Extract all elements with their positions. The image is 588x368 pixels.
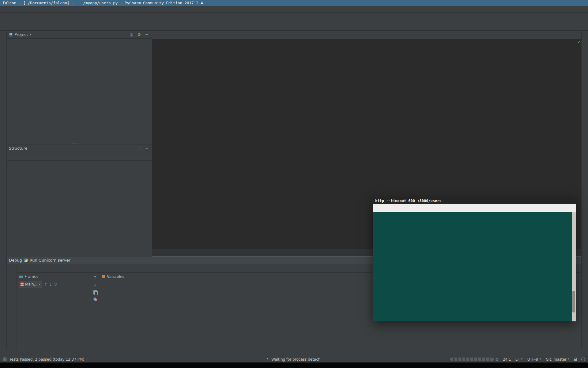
hector-icon[interactable] <box>581 358 585 361</box>
settings-gear-icon[interactable]: ⚙ <box>136 32 142 37</box>
autoscroll-icon[interactable]: ⊤ <box>136 146 142 151</box>
editor-tab-bar <box>152 31 582 39</box>
variables-icon <box>102 275 105 278</box>
hide-panel-icon[interactable]: − <box>144 32 150 37</box>
frames-panel: Frames Main... ▾ ↑ ↓ ∇ <box>17 273 91 349</box>
previous-frame-icon[interactable]: ↑ <box>44 282 47 287</box>
line-ending-widget[interactable]: LF↕ <box>515 357 523 362</box>
project-view-icon <box>9 33 13 36</box>
debug-run-config: Run Gunicorn server <box>30 258 70 263</box>
menu-bar <box>0 6 588 13</box>
filter-frames-icon[interactable]: ∇ <box>54 282 57 287</box>
right-margin-guide <box>365 39 365 249</box>
project-panel: Project ▾ ◎ ⚙ − <box>6 31 152 144</box>
right-tool-strip <box>581 31 588 349</box>
progress-bar <box>450 358 494 361</box>
structure-toolbar <box>6 152 152 161</box>
up-icon[interactable]: ↑ <box>93 275 97 280</box>
next-frame-icon[interactable]: ↓ <box>49 282 53 287</box>
stop-process-icon[interactable]: ⊗ <box>496 357 499 362</box>
os-taskbar <box>0 362 588 368</box>
left-tool-strip <box>0 31 7 349</box>
threads-view-icon[interactable] <box>93 297 97 301</box>
project-panel-title: Project <box>14 32 28 37</box>
frames-title: Frames <box>24 274 38 279</box>
chevron-down-icon[interactable]: ▾ <box>30 33 31 36</box>
hide-panel-icon[interactable]: − <box>144 146 150 151</box>
structure-panel-title: Structure <box>9 146 27 151</box>
spinner-icon: ↻ <box>266 357 270 362</box>
structure-panel: Structure ⊤ − <box>6 144 152 257</box>
vcs-branch-widget[interactable]: Git: master↕ <box>546 357 570 362</box>
readonly-lock-icon[interactable] <box>574 359 577 361</box>
down-icon[interactable]: ↓ <box>93 283 97 287</box>
variables-title: Variables <box>107 274 124 279</box>
window-titlebar[interactable]: falcon - [~/Documents/falcon] - .../myap… <box>0 0 588 6</box>
pycharm-window: falcon - [~/Documents/falcon] - .../myap… <box>0 0 588 368</box>
chevron-down-icon: ▾ <box>39 283 40 286</box>
locate-file-icon[interactable]: ◎ <box>128 32 134 37</box>
frames-header: Frames <box>17 273 91 280</box>
project-panel-header: Project ▾ ◎ ⚙ − <box>6 31 152 39</box>
frames-side-toolbar: ↑ ↓ <box>91 273 99 349</box>
terminal-menu-bar <box>373 204 576 212</box>
encoding-widget[interactable]: UTF-8↕ <box>527 357 541 362</box>
debug-panel-title: Debug <box>9 258 22 263</box>
terminal-scrollbar[interactable] <box>572 212 576 321</box>
thread-selector-row: Main... ▾ ↑ ↓ ∇ <box>17 280 91 289</box>
test-status-text: Tests Passed: 2 passed (today 12:37 PM) <box>9 357 84 362</box>
copy-frames-icon[interactable] <box>93 290 97 294</box>
main-toolbar <box>0 13 588 22</box>
frames-icon <box>19 275 23 278</box>
process-status-text: Waiting for process detach <box>271 357 320 362</box>
terminal-output[interactable] <box>373 212 572 321</box>
run-config-icon <box>24 259 28 262</box>
breadcrumb <box>0 22 588 31</box>
thread-name: Main... <box>25 282 37 286</box>
process-status: ↻ Waiting for process detach <box>266 357 320 362</box>
terminal-scrollbar-thumb[interactable] <box>572 291 575 312</box>
thread-selector[interactable]: Main... ▾ <box>19 281 42 288</box>
terminal-title: http --timeout 600 :8000/users <box>375 199 442 203</box>
tool-window-switcher-icon[interactable] <box>3 358 6 361</box>
window-title: falcon - [~/Documents/falcon] - .../myap… <box>2 1 203 5</box>
debug-actions-toolbar <box>6 264 17 349</box>
terminal-window[interactable]: http --timeout 600 :8000/users <box>373 198 576 321</box>
status-bar: Tests Passed: 2 passed (today 12:37 PM) … <box>0 356 588 362</box>
inspection-status-icon[interactable]: ✓ <box>578 40 580 44</box>
panel-splitter[interactable]: ······ <box>70 142 79 145</box>
structure-panel-header: Structure ⊤ − <box>6 144 152 152</box>
terminal-titlebar[interactable]: http --timeout 600 :8000/users <box>373 198 576 204</box>
caret-position[interactable]: 24:1 <box>503 357 511 362</box>
tool-window-bar <box>0 349 588 356</box>
thread-icon <box>21 282 24 286</box>
